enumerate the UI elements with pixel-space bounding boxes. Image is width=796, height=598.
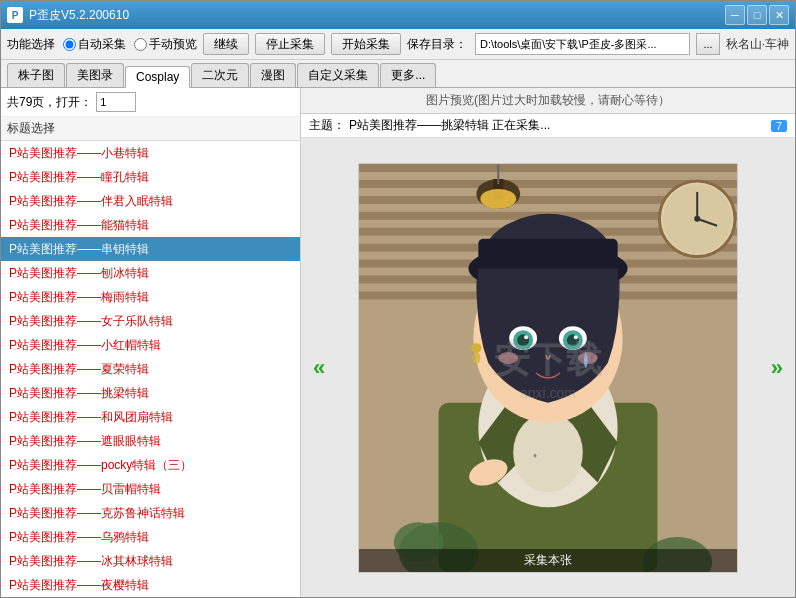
title-bar: P P歪皮V5.2.200610 ─ □ ✕ (1, 1, 795, 29)
manual-preview-radio[interactable]: 手动预览 (134, 36, 197, 53)
list-item[interactable]: P站美图推荐——夏荣特辑 (1, 357, 300, 381)
save-path-display: D:\tools\桌面\安下载\P歪皮-多图采... (475, 33, 690, 55)
svg-text:♦: ♦ (533, 450, 537, 459)
list-item[interactable]: P站美图推荐——小红帽特辑 (1, 333, 300, 357)
start-button[interactable]: 开始采集 (331, 33, 401, 55)
continue-button[interactable]: 继续 (203, 33, 249, 55)
list-item[interactable]: P站美图推荐——能猫特辑 (1, 213, 300, 237)
tab-mantou[interactable]: 漫图 (250, 63, 296, 87)
preview-image: ♦ (358, 163, 738, 573)
save-dir-label: 保存目录： (407, 36, 467, 53)
toolbar: 功能选择 自动采集 手动预览 继续 停止采集 开始采集 保存目录： D:\too… (1, 29, 795, 60)
list-item[interactable]: P站美图推荐——贝雷帽特辑 (1, 477, 300, 501)
status-label: 主题： (309, 117, 345, 134)
svg-point-40 (471, 343, 481, 353)
tab-erci[interactable]: 二次元 (191, 63, 249, 87)
auto-collect-radio[interactable]: 自动采集 (63, 36, 126, 53)
list-item[interactable]: P站美图推荐——克苏鲁神话特辑 (1, 501, 300, 525)
left-panel: 共79页，打开： 标题选择 P站美图推荐——小巷特辑P站美图推荐——瞳孔特辑P站… (1, 88, 301, 597)
list-item[interactable]: P站美图推荐——夜樱特辑 (1, 573, 300, 597)
list-item[interactable]: P站美图推荐——伴君入眠特辑 (1, 189, 300, 213)
list-item[interactable]: P站美图推荐——刨冰特辑 (1, 261, 300, 285)
title-bar-left: P P歪皮V5.2.200610 (7, 7, 129, 24)
page-input[interactable] (96, 92, 136, 112)
list-item[interactable]: P站美图推荐——女子乐队特辑 (1, 309, 300, 333)
main-content: 共79页，打开： 标题选择 P站美图推荐——小巷特辑P站美图推荐——瞳孔特辑P站… (1, 88, 795, 597)
svg-point-36 (524, 335, 528, 339)
status-row: 主题： P站美图推荐——挑梁特辑 正在采集... 7 (301, 114, 795, 138)
preview-area: « (301, 138, 795, 597)
list-item[interactable]: P站美图推荐——串钥特辑 (1, 237, 300, 261)
tab-custom[interactable]: 自定义采集 (297, 63, 379, 87)
page-row: 共79页，打开： (1, 88, 300, 117)
tab-zhuzitu[interactable]: 株子图 (7, 63, 65, 87)
svg-point-37 (574, 335, 578, 339)
collect-button[interactable]: 采集本张 (359, 549, 737, 572)
list-container[interactable]: P站美图推荐——小巷特辑P站美图推荐——瞳孔特辑P站美图推荐——伴君入眠特辑P站… (1, 141, 300, 597)
list-item[interactable]: P站美图推荐——冰其林球特辑 (1, 549, 300, 573)
page-info: 共79页，打开： (7, 94, 92, 111)
list-item[interactable]: P站美图推荐——和风团扇特辑 (1, 405, 300, 429)
svg-point-13 (480, 188, 516, 208)
svg-rect-2 (359, 164, 737, 172)
list-item[interactable]: P站美图推荐——遮眼眼特辑 (1, 429, 300, 453)
svg-point-41 (472, 352, 480, 364)
status-badge: 7 (771, 120, 787, 132)
maximize-button[interactable]: □ (747, 5, 767, 25)
svg-point-38 (498, 352, 518, 364)
svg-point-24 (513, 412, 583, 492)
section-label: 标题选择 (1, 117, 300, 141)
list-item[interactable]: P站美图推荐——pocky特辑（三） (1, 453, 300, 477)
status-text: P站美图推荐——挑梁特辑 正在采集... (349, 117, 550, 134)
prev-button[interactable]: « (309, 345, 329, 391)
title-controls: ─ □ ✕ (725, 5, 789, 25)
tab-cosplay[interactable]: Cosplay (125, 66, 190, 88)
window-title: P歪皮V5.2.200610 (29, 7, 129, 24)
minimize-button[interactable]: ─ (725, 5, 745, 25)
function-select-label: 功能选择 (7, 36, 55, 53)
preview-header: 图片预览(图片过大时加载较慢，请耐心等待） (301, 88, 795, 114)
tabs-row: 株子图 美图录 Cosplay 二次元 漫图 自定义采集 更多... (1, 60, 795, 88)
user-display: 秋名山·车神 (726, 36, 789, 53)
manual-preview-label: 手动预览 (149, 36, 197, 53)
anime-illustration: ♦ (359, 164, 737, 572)
app-icon: P (7, 7, 23, 23)
auto-collect-label: 自动采集 (78, 36, 126, 53)
svg-point-39 (578, 352, 598, 364)
stop-button[interactable]: 停止采集 (255, 33, 325, 55)
tab-more[interactable]: 更多... (380, 63, 436, 87)
list-item[interactable]: P站美图推荐——挑梁特辑 (1, 381, 300, 405)
next-button[interactable]: » (767, 345, 787, 391)
browse-button[interactable]: ... (696, 33, 719, 55)
close-button[interactable]: ✕ (769, 5, 789, 25)
tab-meitu[interactable]: 美图录 (66, 63, 124, 87)
list-item[interactable]: P站美图推荐——瞳孔特辑 (1, 165, 300, 189)
radio-group: 自动采集 手动预览 (63, 36, 197, 53)
list-item[interactable]: P站美图推荐——乌鸦特辑 (1, 525, 300, 549)
list-item[interactable]: P站美图推荐——小巷特辑 (1, 141, 300, 165)
main-window: P P歪皮V5.2.200610 ─ □ ✕ 功能选择 自动采集 手动预览 继续… (0, 0, 796, 598)
list-item[interactable]: P站美图推荐——梅雨特辑 (1, 285, 300, 309)
right-panel: 图片预览(图片过大时加载较慢，请耐心等待） 主题： P站美图推荐——挑梁特辑 正… (301, 88, 795, 597)
